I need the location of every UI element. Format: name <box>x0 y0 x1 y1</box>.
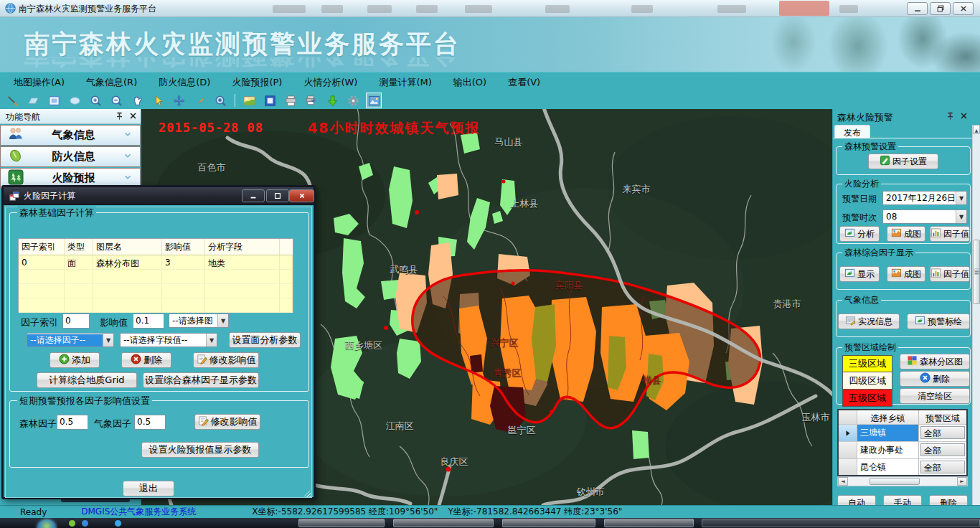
taskbar-icon[interactable] <box>69 520 75 527</box>
factor-table-row[interactable] <box>19 284 293 298</box>
pan-hand-icon[interactable] <box>129 93 145 108</box>
scroll-left-arrow[interactable]: ◄ <box>838 477 848 486</box>
weather-factor-input[interactable]: 0.5 <box>134 415 166 430</box>
pencil-icon[interactable] <box>4 93 20 108</box>
printer-icon[interactable] <box>283 93 298 108</box>
exit-button[interactable]: 退出 <box>123 481 174 496</box>
polygon-icon[interactable] <box>25 93 41 108</box>
pin-icon[interactable] <box>115 111 124 123</box>
township-table[interactable]: 选择乡镇预警区域三塘镇全部建政办事处全部昆仑镇全部 <box>837 409 968 476</box>
close-icon[interactable] <box>959 111 969 123</box>
picture-icon[interactable] <box>366 93 382 108</box>
menu-item-5[interactable]: 火情分析(W) <box>293 72 368 93</box>
select-arrow-icon[interactable] <box>150 93 166 108</box>
taskbar-app-button[interactable] <box>393 519 494 527</box>
pin-icon[interactable] <box>946 111 955 123</box>
factor-settings-button[interactable]: 因子设置 <box>868 154 938 169</box>
taskbar-app-button[interactable] <box>298 519 385 527</box>
field-value-select[interactable]: --请选择字段值--▼ <box>120 333 217 347</box>
modify-impact-button[interactable]: 修改影响值 <box>193 352 259 368</box>
start-button[interactable] <box>37 519 56 528</box>
menu-item-8[interactable]: 查看(V) <box>497 72 551 93</box>
minimize-button[interactable] <box>907 2 928 15</box>
close-button[interactable] <box>953 2 974 15</box>
forest-zone-map-button[interactable]: 森林分区图 <box>900 354 970 369</box>
impact-input[interactable]: 0.1 <box>133 314 164 329</box>
township-row[interactable]: 建政办事处全部 <box>839 442 966 459</box>
menu-item-4[interactable]: 火险预报(P) <box>221 72 293 93</box>
map-image-icon[interactable] <box>241 93 257 108</box>
township-row[interactable]: 三塘镇全部 <box>839 425 966 442</box>
add-button[interactable]: 添加 <box>50 352 100 368</box>
township-table-hscrollbar[interactable]: ◄ ► <box>837 476 968 486</box>
scroll-up-arrow[interactable]: ▲ <box>973 125 980 134</box>
dialog-title-bar[interactable]: 火险因子计算 <box>4 187 314 205</box>
warning-level-3[interactable]: 三级区域 <box>842 355 892 372</box>
calc-grid-button[interactable]: 计算综合地质Grid <box>37 372 137 388</box>
menu-item-2[interactable]: 气象信息(R) <box>75 72 148 93</box>
set-fire-display-button[interactable]: 设置火险预报值显示参数 <box>141 442 259 458</box>
live-info-button[interactable]: 实况信息 <box>838 314 900 329</box>
scrollbar-thumb[interactable] <box>973 240 980 304</box>
gear-icon[interactable] <box>345 93 361 108</box>
paintbrush-icon[interactable] <box>192 93 207 108</box>
ellipse-icon[interactable] <box>67 93 83 108</box>
layer-select[interactable]: --请选择图▼ <box>169 314 229 328</box>
modify-impact-button-2[interactable]: 修改影响值 <box>194 414 260 430</box>
taskbar-icon[interactable] <box>82 520 88 527</box>
warning-date-select[interactable]: 2017年12月26日▼ <box>882 191 967 205</box>
nav-item-2[interactable]: 防火信息 <box>0 146 141 167</box>
set-forest-display-button[interactable]: 设置综合森林因子显示参数 <box>143 372 259 388</box>
factor-table-row[interactable] <box>19 270 293 284</box>
document-icon[interactable] <box>262 93 278 108</box>
factor-table-row[interactable]: 0面森林分布图3地类 <box>19 255 293 270</box>
warning-plot-button[interactable]: 预警标绘 <box>907 314 970 329</box>
dialog-maximize-button[interactable] <box>266 189 289 202</box>
internet-explorer-icon[interactable] <box>115 520 121 527</box>
taskbar-tray-area[interactable] <box>702 519 980 527</box>
map-generate-button[interactable]: 成图 <box>887 226 925 242</box>
taskbar-app-button[interactable] <box>502 519 595 527</box>
area-select-button[interactable]: 全部 <box>920 461 965 473</box>
taskbar-app-button[interactable] <box>604 519 694 527</box>
area-select-button[interactable]: 全部 <box>920 443 965 456</box>
factor-select[interactable]: --请选择因子--▼ <box>27 333 114 347</box>
dialog-minimize-button[interactable] <box>242 189 265 202</box>
factor-value-button-2[interactable]: 因子值 <box>930 266 970 282</box>
fire-factor-dialog[interactable]: 火险因子计算 森林基础因子计算 因子索引类型图层名影响值分析字段0面森林分布图3… <box>1 185 316 499</box>
menu-item-1[interactable]: 地图操作(A) <box>3 72 75 93</box>
area-select-button[interactable]: 全部 <box>920 426 965 439</box>
restore-button[interactable] <box>930 2 951 15</box>
warning-time-select[interactable]: 08▼ <box>882 209 967 224</box>
resize-grip[interactable] <box>304 491 311 497</box>
warning-level-5[interactable]: 五级区域 <box>842 390 892 407</box>
menu-item-3[interactable]: 防火信息(D) <box>148 72 221 93</box>
menu-item-6[interactable]: 测量计算(M) <box>368 72 442 93</box>
zoom-in-icon[interactable] <box>88 93 103 108</box>
dialog-close-button[interactable] <box>289 189 314 202</box>
printer-export-icon[interactable] <box>303 93 319 108</box>
scrollbar-thumb[interactable] <box>870 478 920 485</box>
factor-value-button[interactable]: 因子值 <box>930 226 970 242</box>
factor-table[interactable]: 因子索引类型图层名影响值分析字段0面森林分布图3地类 <box>18 238 293 313</box>
township-row[interactable]: 昆仑镇全部 <box>839 459 966 476</box>
clear-area-button[interactable]: 清空绘区 <box>900 388 970 404</box>
delete-button[interactable]: 删除 <box>121 352 171 368</box>
analyze-button[interactable]: 分析 <box>839 226 880 242</box>
move-cross-icon[interactable] <box>171 93 187 108</box>
tab-publish[interactable]: 发布 <box>834 125 870 138</box>
map-generate-button-2[interactable]: 成图 <box>887 266 925 282</box>
zoom-out-icon[interactable] <box>108 93 124 108</box>
factor-index-input[interactable]: 0 <box>62 314 90 329</box>
rectangle-icon[interactable] <box>46 93 62 108</box>
set-area-params-button[interactable]: 设置面分析参数 <box>229 332 301 348</box>
warning-level-4[interactable]: 四级区域 <box>842 372 892 390</box>
menu-item-7[interactable]: 输出(O) <box>443 72 497 93</box>
factor-table-row[interactable] <box>19 298 293 313</box>
close-icon[interactable] <box>128 111 138 123</box>
panel-vscrollbar[interactable]: ▲ <box>972 125 980 505</box>
forest-factor-input[interactable]: 0.5 <box>57 415 88 430</box>
display-button[interactable]: 显示 <box>839 266 880 282</box>
delete-area-button[interactable]: 删除 <box>900 371 970 387</box>
zoom-extent-icon[interactable] <box>212 93 228 108</box>
